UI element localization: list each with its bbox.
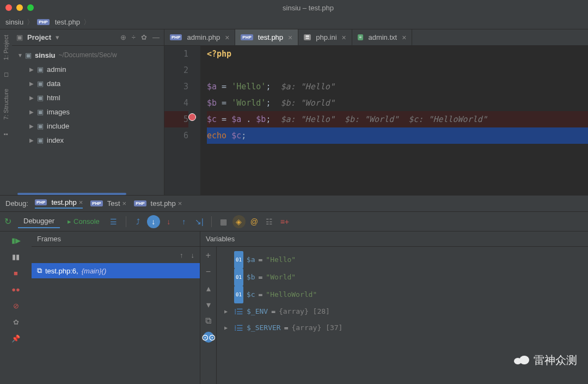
step-out-icon[interactable]: ↑ bbox=[177, 215, 191, 228]
variable-row[interactable]: 01 $b = "World" bbox=[224, 269, 588, 286]
run-to-cursor-icon[interactable]: ↘| bbox=[193, 215, 206, 228]
dropdown-icon[interactable]: ▾ bbox=[56, 33, 59, 41]
glasses-icon[interactable]: ⊙⊙ bbox=[203, 332, 214, 343]
editor-tab[interactable]: PHPadmin.php× bbox=[164, 29, 235, 45]
pause-icon[interactable]: ▮▮ bbox=[11, 252, 20, 261]
close-tab-icon[interactable]: × bbox=[288, 33, 292, 42]
gutter[interactable]: 123456 bbox=[164, 46, 197, 195]
horizontal-scrollbar[interactable] bbox=[17, 193, 126, 195]
editor-tabs[interactable]: PHPadmin.php×PHPtest.php×☰php.ini×≡admin… bbox=[164, 29, 588, 46]
project-root[interactable]: ▼ ▣ sinsiu ~/Documents/Sec/w bbox=[12, 48, 164, 62]
close-tab-icon[interactable]: × bbox=[79, 198, 83, 206]
folder-admin[interactable]: ▶▣admin bbox=[12, 62, 164, 76]
variable-row[interactable]: 01 $c = "HelloWorld" bbox=[224, 286, 588, 303]
close-tab-icon[interactable]: × bbox=[178, 199, 182, 208]
php-file-icon: PHP bbox=[90, 200, 102, 206]
expand-arrow-icon[interactable]: ▶ bbox=[29, 109, 35, 115]
breakpoint-icon[interactable] bbox=[188, 113, 196, 121]
minimize-window-icon[interactable] bbox=[16, 4, 23, 11]
up-icon[interactable]: ▴ bbox=[203, 283, 214, 294]
collapse-icon[interactable]: ÷ bbox=[132, 33, 136, 41]
panel-icon: ▣ bbox=[16, 33, 23, 41]
step-over-icon[interactable]: ⤴ bbox=[132, 215, 145, 228]
folder-images[interactable]: ▶▣images bbox=[12, 105, 164, 119]
expand-arrow-icon[interactable]: ▶ bbox=[29, 66, 35, 72]
view-breakpoints-icon[interactable]: ●● bbox=[11, 285, 20, 294]
editor-tab[interactable]: ☰php.ini× bbox=[298, 29, 352, 45]
close-tab-icon[interactable]: × bbox=[402, 33, 406, 42]
editor-tab[interactable]: ≡admin.txt× bbox=[352, 29, 413, 45]
down-icon[interactable]: ▾ bbox=[203, 299, 214, 310]
frame-down-icon[interactable]: ↓ bbox=[191, 251, 195, 259]
editor-tab[interactable]: PHPtest.php× bbox=[235, 29, 298, 45]
square-icon[interactable]: ◻ bbox=[4, 71, 9, 78]
folder-include[interactable]: ▶▣include bbox=[12, 119, 164, 133]
remove-icon[interactable]: − bbox=[203, 266, 214, 277]
maximize-window-icon[interactable] bbox=[27, 4, 34, 11]
titlebar: sinsiu – test.php bbox=[0, 0, 588, 15]
stack-frame[interactable]: ⧉ test.php:6, {main}() bbox=[32, 263, 200, 278]
settings-icon[interactable]: ✿ bbox=[11, 318, 20, 326]
breadcrumb-file[interactable]: test.php bbox=[55, 18, 80, 26]
expand-arrow-icon[interactable]: ▶ bbox=[29, 95, 35, 101]
inspect-icon[interactable]: ◈ bbox=[232, 215, 246, 228]
primitive-icon: 01 bbox=[234, 286, 243, 303]
gear-icon[interactable]: ✿ bbox=[141, 33, 147, 41]
debug-session-tab[interactable]: PHPtest.php × bbox=[134, 199, 182, 208]
expand-arrow-icon[interactable]: ▶ bbox=[29, 137, 35, 143]
window-controls[interactable] bbox=[5, 4, 34, 11]
variable-row[interactable]: ▶⁞☰ $_SERVER = {array} [37] bbox=[224, 320, 588, 336]
copy-icon[interactable]: ⧉ bbox=[203, 315, 214, 326]
add-icon[interactable]: + bbox=[203, 250, 214, 261]
step-into-icon[interactable]: ↓ bbox=[147, 215, 160, 228]
add-watch-icon[interactable]: ≡+ bbox=[278, 215, 291, 228]
folder-html[interactable]: ▶▣html bbox=[12, 90, 164, 105]
structure-tool-tab[interactable]: 7: Structure bbox=[3, 89, 9, 120]
target-icon[interactable]: ⊕ bbox=[120, 33, 126, 41]
debugger-tab[interactable]: Debugger bbox=[18, 215, 60, 228]
folder-data[interactable]: ▶▣data bbox=[12, 76, 164, 90]
php-file-icon: PHP bbox=[241, 34, 253, 40]
project-tool-tab[interactable]: 1: Project bbox=[3, 35, 9, 60]
console-tab[interactable]: ▸Console bbox=[62, 215, 105, 228]
php-file-icon: PHP bbox=[134, 200, 146, 206]
frame-up-icon[interactable]: ↑ bbox=[180, 251, 183, 259]
stop-icon[interactable]: ■ bbox=[11, 269, 20, 277]
force-step-into-icon[interactable]: ↓ bbox=[162, 215, 175, 228]
rerun-icon[interactable]: ↻ bbox=[4, 216, 11, 227]
structure-icon[interactable]: ▪▪ bbox=[4, 131, 8, 137]
project-panel-title[interactable]: Project bbox=[27, 33, 51, 41]
editor: PHPadmin.php×PHPtest.php×☰php.ini×≡admin… bbox=[164, 29, 588, 195]
expand-icon[interactable]: ▶ bbox=[224, 303, 231, 320]
threads-icon[interactable]: ☰ bbox=[107, 215, 120, 228]
close-tab-icon[interactable]: × bbox=[342, 33, 346, 42]
code-area[interactable]: 123456 <?php$a = 'Hello'; $a: "Hello"$b … bbox=[164, 46, 588, 195]
breadcrumb[interactable]: sinsiu 〉 PHP test.php 〉 bbox=[0, 15, 588, 29]
hide-icon[interactable]: — bbox=[152, 33, 160, 41]
folder-index[interactable]: ▶▣index bbox=[12, 133, 164, 147]
debug-session-tab[interactable]: PHPTest × bbox=[90, 199, 126, 208]
list-view-icon[interactable]: ☷ bbox=[263, 215, 276, 228]
pin-icon[interactable]: 📌 bbox=[11, 334, 20, 343]
close-tab-icon[interactable]: × bbox=[122, 199, 127, 208]
folder-icon: ▣ bbox=[37, 122, 44, 130]
at-icon[interactable]: @ bbox=[248, 215, 261, 228]
code-lines[interactable]: <?php$a = 'Hello'; $a: "Hello"$b = 'Worl… bbox=[200, 46, 588, 195]
debug-session-tab[interactable]: PHPtest.php × bbox=[35, 198, 83, 209]
folder-icon: ▣ bbox=[25, 51, 32, 59]
close-tab-icon[interactable]: × bbox=[225, 33, 229, 42]
expand-icon[interactable]: ▶ bbox=[224, 320, 231, 336]
project-tree[interactable]: ▼ ▣ sinsiu ~/Documents/Sec/w ▶▣admin▶▣da… bbox=[12, 46, 164, 191]
breadcrumb-root[interactable]: sinsiu bbox=[5, 18, 23, 26]
frames-panel: Frames ↑ ↓ ⧉ test.php:6, {main}() bbox=[32, 231, 200, 384]
variable-row[interactable]: 01 $a = "Hello" bbox=[224, 251, 588, 269]
variable-row[interactable]: ▶⁞☰ $_ENV = {array} [28] bbox=[224, 303, 588, 320]
expand-arrow-icon[interactable]: ▶ bbox=[29, 123, 35, 129]
evaluate-icon[interactable]: ▦ bbox=[217, 215, 230, 228]
resume-icon[interactable]: ▮▶ bbox=[11, 236, 20, 245]
expand-arrow-icon[interactable]: ▼ bbox=[17, 52, 23, 58]
folder-icon: ▣ bbox=[37, 94, 44, 102]
mute-breakpoints-icon[interactable]: ⊘ bbox=[11, 301, 20, 310]
close-window-icon[interactable] bbox=[5, 4, 12, 11]
expand-arrow-icon[interactable]: ▶ bbox=[29, 81, 35, 87]
